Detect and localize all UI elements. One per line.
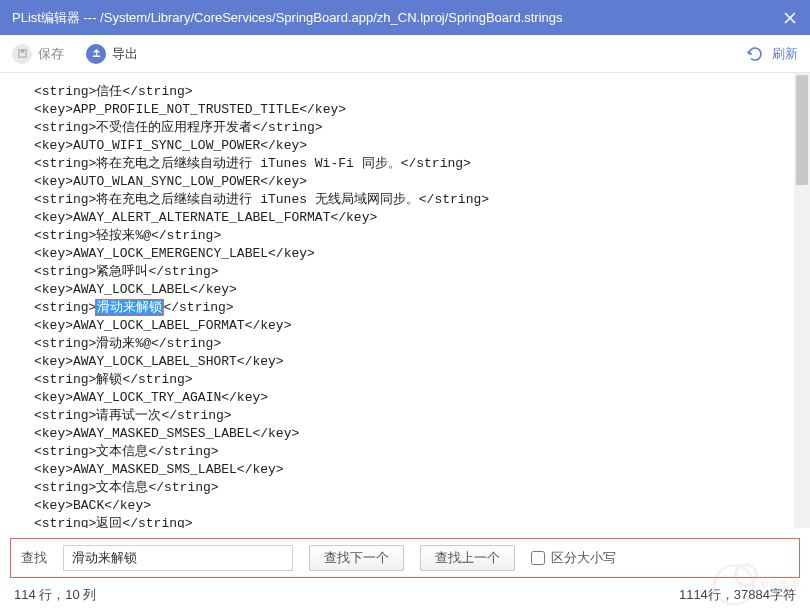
save-label: 保存 — [38, 45, 64, 63]
search-label: 查找 — [21, 549, 47, 567]
export-icon — [86, 44, 106, 64]
case-label: 区分大小写 — [551, 549, 616, 567]
save-icon — [12, 44, 32, 64]
titlebar: PList编辑器 --- /System/Library/CoreService… — [0, 0, 810, 35]
toolbar: 保存 导出 刷新 — [0, 35, 810, 73]
case-sensitive-checkbox[interactable]: 区分大小写 — [531, 549, 616, 567]
code-text[interactable]: <string>信任</string> <key>APP_PROFILE_NOT… — [10, 73, 800, 528]
case-checkbox-input[interactable] — [531, 551, 545, 565]
export-label: 导出 — [112, 45, 138, 63]
status-left: 114 行，10 列 — [14, 586, 96, 604]
search-bar: 查找 查找下一个 查找上一个 区分大小写 — [10, 538, 800, 578]
status-right: 1114行，37884字符 — [679, 586, 796, 604]
export-button[interactable]: 导出 — [86, 44, 138, 64]
find-next-button[interactable]: 查找下一个 — [309, 545, 404, 571]
refresh-button[interactable]: 刷新 — [746, 45, 798, 63]
save-button[interactable]: 保存 — [12, 44, 64, 64]
close-icon — [784, 12, 796, 24]
refresh-label: 刷新 — [772, 45, 798, 63]
find-prev-button[interactable]: 查找上一个 — [420, 545, 515, 571]
close-button[interactable] — [782, 10, 798, 26]
editor-content[interactable]: <string>信任</string> <key>APP_PROFILE_NOT… — [10, 73, 800, 528]
status-bar: 114 行，10 列 1114行，37884字符 — [0, 580, 810, 610]
vertical-scrollbar[interactable] — [794, 73, 810, 528]
search-input[interactable] — [63, 545, 293, 571]
scrollbar-thumb[interactable] — [796, 75, 808, 185]
refresh-icon — [746, 45, 764, 63]
svg-rect-1 — [20, 50, 24, 53]
window-title: PList编辑器 --- /System/Library/CoreService… — [12, 9, 782, 27]
